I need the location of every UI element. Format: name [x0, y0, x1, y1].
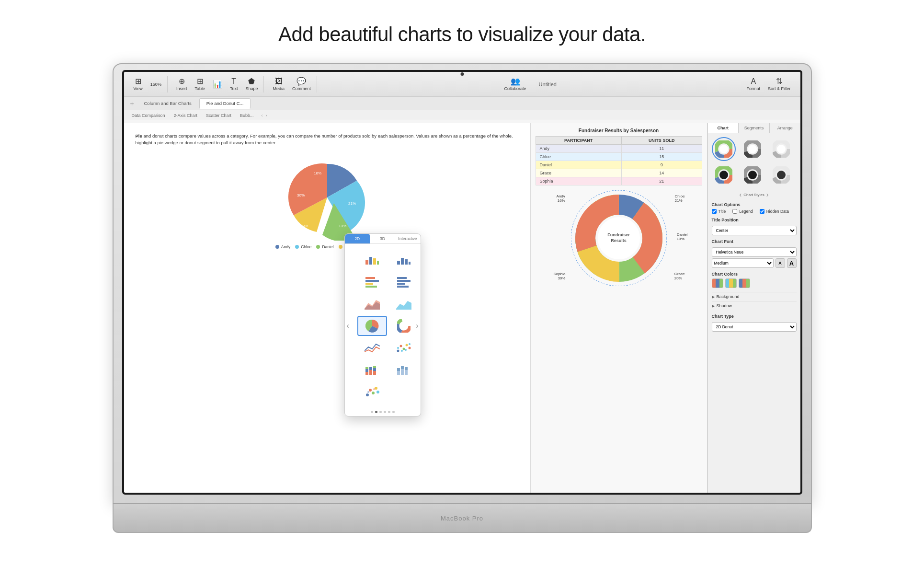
popup-nav-right[interactable]: › [416, 322, 418, 330]
svg-rect-45 [405, 370, 408, 375]
sheet-tab-bar: + Column and Bar Charts Pie and Donut C.… [124, 97, 800, 110]
style-thumb-2[interactable] [741, 137, 764, 161]
inspector-tab-segments[interactable]: Segments [739, 123, 770, 133]
font-increase-button[interactable]: A [787, 258, 797, 268]
svg-rect-37 [369, 367, 372, 370]
hidden-data-checkbox[interactable] [760, 209, 764, 214]
chart-type-select[interactable]: 2D Donut [712, 322, 797, 332]
chart-type-stacked-blue[interactable] [389, 360, 419, 380]
cell-sophia-units: 21 [621, 177, 702, 185]
font-size-select[interactable]: Medium [712, 258, 774, 268]
style-thumb-6[interactable] [769, 163, 793, 187]
shape-button[interactable]: ⬟ Shape [242, 76, 261, 92]
tab-pie-donut[interactable]: Pie and Donut C... [199, 98, 251, 109]
pie-label-sophia: 30% [297, 193, 304, 197]
tab-data-comparison[interactable]: Data Comparison [129, 112, 168, 119]
tab-interactive[interactable]: Interactive [395, 234, 421, 243]
sort-filter-button[interactable]: ⇅ Sort & Filter [765, 76, 794, 92]
style-thumb-5[interactable] [741, 163, 764, 187]
inspector-tab-chart[interactable]: Chart [708, 123, 739, 133]
chart-options-title: Chart Options [712, 202, 797, 207]
chart-type-bar-blue[interactable] [389, 250, 419, 270]
legend-dot-daniel [316, 245, 320, 249]
style-1-icon [715, 140, 732, 158]
chart-type-line-colored[interactable] [357, 338, 387, 358]
tab-bubble[interactable]: Bubb... [237, 112, 257, 119]
media-button[interactable]: 🖼 Media [270, 76, 287, 92]
title-position-select[interactable]: Center [712, 226, 797, 235]
popup-dot-3[interactable] [384, 411, 386, 413]
table-row-daniel[interactable]: Daniel 9 [536, 161, 702, 169]
shadow-collapsible[interactable]: ▶ Shadow [712, 301, 797, 310]
svg-rect-33 [365, 372, 368, 375]
title-checkbox[interactable] [712, 209, 717, 214]
collaborate-button[interactable]: 👥 Collaborate [502, 76, 529, 92]
tab-2d[interactable]: 2D [345, 234, 370, 243]
chart-type-pie-selected[interactable] [357, 316, 387, 336]
toolbar-format-group: A Format ⇅ Sort & Filter [741, 76, 796, 92]
font-decrease-button[interactable]: A [776, 258, 785, 268]
chart-type-donut[interactable] [389, 316, 419, 336]
chart-type-area-blue[interactable] [389, 294, 419, 314]
chart-type-scatter[interactable] [357, 382, 387, 402]
inspector-tab-arrange[interactable]: Arrange [770, 123, 800, 133]
chart-type-line-dots[interactable] [389, 338, 419, 358]
chart-type-hbar-colored[interactable] [357, 272, 387, 292]
tab-3d[interactable]: 3D [370, 234, 395, 243]
table-row-grace[interactable]: Grace 14 [536, 169, 702, 177]
view-button[interactable]: ⊞ View [131, 76, 146, 92]
tab-2axis[interactable]: 2-Axis Chart [171, 112, 201, 119]
tab-scatter[interactable]: Scatter Chart [203, 112, 234, 119]
style-thumb-4[interactable] [712, 163, 736, 187]
svg-rect-3 [377, 261, 379, 265]
style-nav-left[interactable]: ‹ [740, 191, 742, 198]
table-button[interactable]: ⊞ Table [192, 76, 208, 92]
svg-rect-42 [397, 368, 400, 371]
laptop-mockup: ⊞ View 150% ⊕ Insert [113, 63, 812, 533]
chart-font-select[interactable]: Helvetica Neue [712, 247, 797, 257]
doc-body: and donut charts compare values across a… [136, 133, 513, 145]
svg-point-25 [399, 345, 402, 347]
svg-point-73 [748, 171, 757, 179]
comment-icon: 💬 [297, 78, 306, 85]
color-swatch-1[interactable] [712, 278, 723, 288]
zoom-button[interactable]: 150% [148, 81, 164, 88]
background-arrow: ▶ [712, 295, 715, 299]
tab-nav-left[interactable]: ‹ [262, 113, 263, 118]
popup-dot-4[interactable] [388, 411, 390, 413]
text-button[interactable]: T Text [227, 76, 241, 92]
table-row-andy[interactable]: Andy 11 [536, 145, 702, 153]
svg-point-26 [402, 348, 405, 350]
format-button[interactable]: A Format [743, 76, 763, 92]
table-row-sophia[interactable]: Sophia 21 [536, 177, 702, 185]
popup-dot-5[interactable] [392, 411, 395, 413]
style-thumb-1[interactable] [712, 137, 736, 161]
chart-type-stacked-colored[interactable] [357, 360, 387, 380]
comment-button[interactable]: 💬 Comment [289, 76, 314, 92]
cell-daniel-name: Daniel [536, 161, 621, 169]
background-collapsible[interactable]: ▶ Background [712, 292, 797, 301]
cell-andy-units: 11 [621, 145, 702, 153]
style-thumb-3[interactable] [769, 137, 793, 161]
legend-checkbox[interactable] [732, 209, 737, 214]
popup-nav-left[interactable]: ‹ [347, 322, 349, 330]
table-row-chloe[interactable]: Chloe 15 [536, 153, 702, 161]
style-nav-right[interactable]: › [766, 191, 769, 198]
color-swatch-2[interactable] [725, 278, 737, 288]
chart-type-area-colored[interactable] [357, 294, 387, 314]
popup-dot-2[interactable] [379, 411, 382, 413]
add-sheet-button[interactable]: + [128, 99, 137, 108]
chart-type-bar-colored[interactable] [357, 250, 387, 270]
color-swatch-3[interactable] [739, 278, 750, 288]
svg-point-27 [405, 344, 408, 347]
chart-type-hbar-blue[interactable] [389, 272, 419, 292]
tab-nav-right[interactable]: › [266, 113, 267, 118]
chart-button[interactable]: 📊 [210, 79, 225, 90]
svg-rect-40 [373, 366, 376, 368]
popup-dot-0[interactable] [371, 411, 373, 413]
chart-view-tabs: Data Comparison 2-Axis Chart Scatter Cha… [124, 110, 800, 119]
popup-dot-1[interactable] [375, 411, 377, 413]
legend-chloe: Chloe [295, 244, 311, 249]
tab-column-bar[interactable]: Column and Bar Charts [137, 98, 198, 109]
insert-button[interactable]: ⊕ Insert [173, 76, 190, 92]
